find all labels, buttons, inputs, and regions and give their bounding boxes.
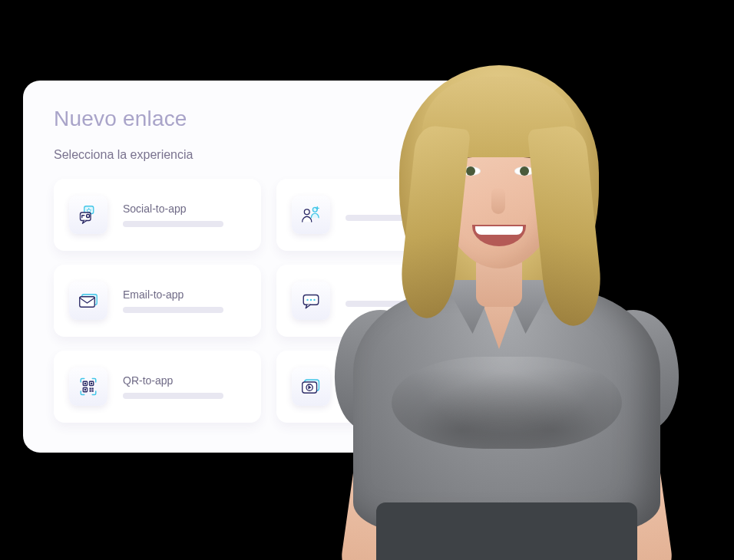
svg-rect-18 — [92, 388, 94, 390]
card-body — [346, 209, 468, 221]
svg-rect-19 — [90, 390, 91, 392]
svg-rect-16 — [84, 389, 86, 390]
card-body — [346, 295, 468, 307]
card-referral-to-app[interactable] — [276, 179, 484, 251]
card-body — [346, 380, 468, 393]
panel-subtitle: Selecciona la experiencia — [54, 148, 484, 162]
svg-rect-20 — [92, 390, 94, 392]
card-label: QR-to-app — [123, 374, 246, 387]
skeleton-line — [123, 307, 223, 313]
card-email-to-app[interactable]: Email-to-app — [54, 265, 261, 337]
experience-grid: Social-to-app — [54, 179, 484, 423]
svg-rect-14 — [91, 383, 92, 384]
card-body: Social-to-app — [123, 203, 246, 227]
card-label: Email-to-app — [123, 288, 246, 301]
skeleton-line — [346, 387, 446, 393]
chat-icon — [292, 282, 330, 320]
svg-point-8 — [306, 299, 308, 301]
svg-point-9 — [310, 299, 312, 301]
referral-icon — [292, 196, 330, 234]
web-icon — [292, 367, 330, 406]
skeleton-line — [346, 215, 446, 221]
new-link-panel: Nuevo enlace Selecciona la experiencia — [23, 81, 514, 453]
svg-rect-17 — [90, 388, 91, 390]
social-icon — [69, 196, 107, 234]
card-body: QR-to-app — [123, 374, 246, 399]
card-qr-to-app[interactable]: QR-to-app — [54, 351, 261, 423]
card-body: Email-to-app — [123, 288, 246, 313]
svg-point-3 — [304, 209, 309, 215]
card-web-to-app[interactable] — [276, 351, 484, 423]
card-label: Social-to-app — [123, 203, 246, 215]
qr-icon — [69, 367, 107, 406]
skeleton-line — [123, 393, 223, 399]
svg-rect-6 — [80, 297, 95, 308]
panel-title: Nuevo enlace — [54, 107, 484, 131]
card-social-to-app[interactable]: Social-to-app — [54, 179, 261, 251]
skeleton-line — [346, 301, 446, 307]
svg-rect-12 — [84, 383, 86, 384]
skeleton-line — [123, 221, 223, 227]
email-icon — [69, 282, 107, 320]
card-chat-to-app[interactable] — [276, 265, 484, 337]
svg-point-10 — [313, 299, 315, 301]
